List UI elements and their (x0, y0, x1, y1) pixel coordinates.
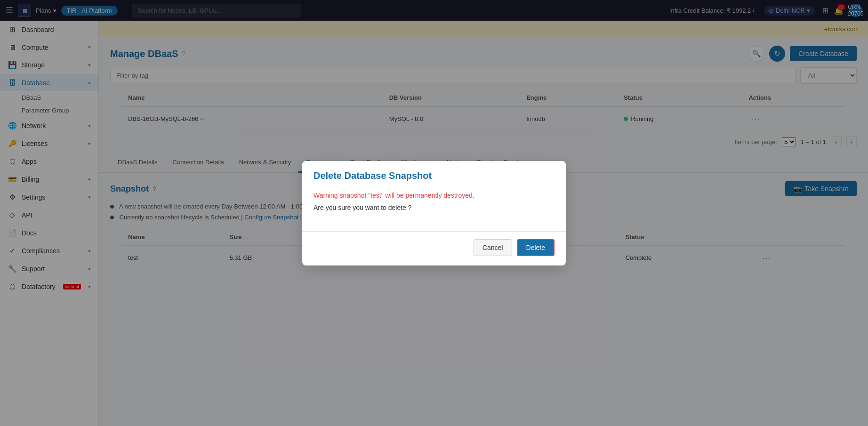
modal-divider (302, 231, 566, 232)
modal-title: Delete Database Snapshot (313, 170, 555, 181)
modal-overlay: Delete Database Snapshot Warning snapsho… (0, 0, 868, 426)
modal-header: Delete Database Snapshot (302, 161, 566, 187)
modal-cancel-button[interactable]: Cancel (474, 239, 512, 256)
modal-delete-button[interactable]: Delete (517, 239, 555, 256)
modal-actions: Cancel Delete (302, 239, 566, 265)
modal-warning: Warning snapshot "test" will be permanen… (313, 192, 555, 199)
modal-body: Warning snapshot "test" will be permanen… (302, 187, 566, 223)
delete-snapshot-modal: Delete Database Snapshot Warning snapsho… (302, 161, 566, 265)
modal-question: Are you sure you want to delete ? (313, 204, 555, 211)
